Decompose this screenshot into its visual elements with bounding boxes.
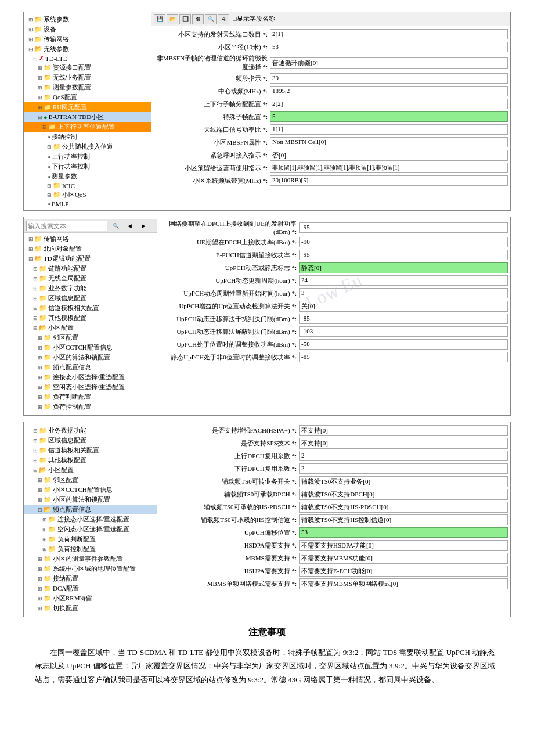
p2-field-value-0[interactable]: -95 (299, 222, 508, 233)
tree2-freq-point[interactable]: ⊞ 📁 频点配置信息 (24, 362, 157, 372)
tree3-measurement-event[interactable]: ⊞ 📁 小区的测量事件参数配置 (24, 554, 157, 564)
p3-field-value-12[interactable]: 不需要支持MBMS单频网络模式[0] (299, 578, 508, 589)
field-value-0[interactable]: 2[1] (270, 29, 508, 39)
tree-item-resource[interactable]: ⊞ 📁 资源接口配置 (24, 63, 151, 73)
p3-field-value-9[interactable]: 不需要支持HSDPA功能[0] (299, 540, 508, 551)
tree-item-wireless[interactable]: ⊟ 📂 无线参数 (24, 44, 151, 54)
p3-field-value-5[interactable]: 辅载波TS0不支持DPCH[0] (299, 489, 508, 500)
new-button[interactable]: 🔲 (179, 14, 191, 24)
search-icon-btn[interactable]: 🔍 (110, 221, 121, 231)
field-value-7[interactable]: 1[1] (270, 124, 508, 135)
field-value-8[interactable]: Non MBSFN Cell[0] (270, 137, 508, 147)
tree3-freq-point[interactable]: ⊟ 📂 频点配置信息 (24, 505, 157, 514)
tree-item-sysparams[interactable]: ⊞ 📁 系统参数 (24, 15, 151, 24)
p2-field-value-2[interactable]: -95 (299, 250, 508, 260)
save-button[interactable]: 💾 (154, 14, 165, 24)
tree2-cell-config[interactable]: ⊟ 📂 小区配置 (24, 323, 157, 333)
tree2-northbound[interactable]: ⊞ 📁 北向对象配置 (24, 244, 157, 254)
tree-item-wireless-svc[interactable]: ⊞ 📁 无线业务配置 (24, 73, 151, 82)
field-value-5[interactable]: 2[2] (270, 99, 508, 109)
p2-field-value-10[interactable]: -85 (299, 352, 508, 362)
tree3-dca[interactable]: ⊞ 📁 DCA配置 (24, 584, 157, 593)
tree3-other-tmpl[interactable]: ⊞ 📁 其他模板配置 (24, 455, 157, 465)
search-input[interactable] (26, 221, 107, 231)
find-button[interactable]: 🔍 (205, 14, 217, 24)
tree-item-transport[interactable]: ⊞ 📁 传输网络 (24, 34, 151, 44)
tree-item-updown-power[interactable]: ⊟ 📁 上下行功率信道配置 (24, 122, 151, 132)
p2-field-value-3[interactable]: 静态[0] (299, 262, 508, 273)
p3-field-value-0[interactable]: 不支持[0] (299, 425, 508, 436)
field-value-6[interactable]: 5 (270, 111, 508, 122)
p3-field-value-8[interactable]: 53 (299, 527, 508, 538)
tree-item-emlp[interactable]: ▪ EMLP (24, 200, 151, 208)
delete-button[interactable]: 🗑 (192, 14, 204, 24)
tree2-area[interactable]: ⊞ 📁 区域信息配置 (24, 293, 157, 303)
p2-field-value-7[interactable]: -85 (299, 314, 508, 324)
tree2-cctrch[interactable]: ⊞ 📁 小区CCTCH配置信息 (24, 343, 157, 352)
search-next-btn[interactable]: ▶ (138, 221, 149, 231)
tree2-idle[interactable]: ⊞ 📁 空闲态小区选择/重选配置 (24, 382, 157, 392)
tree2-td-logic[interactable]: ⊟ 📂 TD逻辑功能配置 (24, 254, 157, 264)
tree-item-admission[interactable]: ▪ 接纳控制 (24, 132, 151, 142)
tree-item-eutran-cell[interactable]: ⊟ ● E-UTRAN TDD小区 (24, 112, 151, 122)
tree2-wireless-global[interactable]: ⊞ 📁 无线全局配置 (24, 273, 157, 283)
p3-field-value-6[interactable]: 辅载波TS0不支持HS-PDSCH[0] (299, 502, 508, 513)
tree-item-ru[interactable]: ⊞ 📁 RU网元配置 (24, 102, 151, 112)
p3-field-value-1[interactable]: 不支持[0] (299, 438, 508, 449)
field-value-2[interactable]: 普通循环前缀[0] (270, 57, 508, 69)
print-button[interactable]: 🖨 (218, 14, 229, 24)
field-value-10[interactable]: 非预留[1];非预留[1];非预留[1];非预留[1];非预留[1] (270, 163, 508, 173)
tree2-channel-tmpl[interactable]: ⊞ 📁 信道模板相关配置 (24, 303, 157, 313)
tree2-neighbor[interactable]: ⊞ 📁 邻区配置 (24, 333, 157, 343)
p3-field-value-11[interactable]: 不需要支持E-ECH功能[0] (299, 566, 508, 577)
tree-item-icic[interactable]: ⊞ 📁 ICIC (24, 181, 151, 190)
tree2-algo[interactable]: ⊞ 📁 小区的算法和锁配置 (24, 352, 157, 362)
p3-field-value-3[interactable]: 2 (299, 463, 508, 474)
tree-item-cell-qos[interactable]: ⊞ 📁 小区QoS (24, 190, 151, 200)
p2-field-value-4[interactable]: 24 (299, 275, 508, 286)
tree3-channel-tmpl[interactable]: ⊞ 📁 信道模板相关配置 (24, 445, 157, 455)
field-value-3[interactable]: 39 (270, 73, 508, 84)
tree2-svc[interactable]: ⊞ 📁 业务数字功能 (24, 283, 157, 293)
field-value-11[interactable]: 20(100RB)[5] (270, 175, 508, 186)
open-button[interactable]: 📂 (167, 14, 178, 24)
tree-item-prach[interactable]: ⊞ 📁 公共随机接入信道 (24, 142, 151, 152)
tree3-neighbor[interactable]: ⊞ 📁 邻区配置 (24, 475, 157, 485)
tree3-area[interactable]: ⊞ 📁 区域信息配置 (24, 435, 157, 445)
tree3-idle[interactable]: ⊞ 📁 空闲态小区选择/重选配置 (24, 524, 157, 534)
tree3-load-ctrl[interactable]: ⊞ 📁 负荷控制配置 (24, 544, 157, 554)
p3-field-value-2[interactable]: 2 (299, 451, 508, 461)
tree3-handover[interactable]: ⊞ 📁 切换配置 (24, 603, 157, 613)
tree-item-measure-params[interactable]: ▪ 测量参数 (24, 171, 151, 181)
p2-field-value-8[interactable]: -103 (299, 326, 508, 337)
p3-field-value-10[interactable]: 不需要支持MBMS功能[0] (299, 553, 508, 564)
search-prev-btn[interactable]: ◀ (124, 221, 135, 231)
tree3-algo[interactable]: ⊞ 📁 小区的算法和锁配置 (24, 495, 157, 505)
tree3-rrm[interactable]: ⊞ 📁 小区RRM特留 (24, 593, 157, 603)
tree2-transport[interactable]: ⊞ 📁 传输网络 (24, 234, 157, 244)
p2-field-value-1[interactable]: -90 (299, 237, 508, 247)
tree-item-tdlte[interactable]: ⊟ ✗ TD-LTE (24, 54, 151, 63)
field-value-1[interactable]: 53 (270, 42, 508, 52)
tree3-svc[interactable]: ⊞ 📁 业务数据功能 (24, 426, 157, 435)
tree3-connected[interactable]: ⊞ 📁 连接态小区选择/重选配置 (24, 514, 157, 524)
tree-item-measurement[interactable]: ⊞ 📁 测量参数配置 (24, 82, 151, 92)
tree2-other-tmpl[interactable]: ⊞ 📁 其他模板配置 (24, 313, 157, 323)
tree-item-downlink-power[interactable]: ▪ 下行功率控制 (24, 161, 151, 171)
tree3-geo-location[interactable]: ⊞ 📁 系统中心区域的地理位置配置 (24, 564, 157, 574)
tree2-load-ctrl[interactable]: ⊞ 📁 负荷控制配置 (24, 402, 157, 412)
field-value-9[interactable]: 否[0] (270, 150, 508, 161)
tree2-connected[interactable]: ⊞ 📁 连接态小区选择/重选配置 (24, 372, 157, 382)
tree-item-uplink-power[interactable]: ▪ 上行功率控制 (24, 152, 151, 161)
field-value-4[interactable]: 1895.2 (270, 86, 508, 96)
tree-item-qos[interactable]: ⊞ 📁 QoS配置 (24, 92, 151, 102)
tree-item-equipment[interactable]: ⊞ 📁 设备 (24, 24, 151, 34)
p3-field-value-7[interactable]: 辅载波TS0不支持HS控制信道[0] (299, 514, 508, 525)
tree3-cctrch[interactable]: ⊞ 📁 小区CCTCH配置信息 (24, 485, 157, 495)
tree2-load-judge[interactable]: ⊞ 📁 负荷判断配置 (24, 392, 157, 402)
tree2-link[interactable]: ⊞ 📁 链路功能配置 (24, 264, 157, 273)
tree3-cell-config[interactable]: ⊟ 📂 小区配置 (24, 465, 157, 475)
tree3-load-judge[interactable]: ⊞ 📁 负荷判断配置 (24, 534, 157, 544)
p3-field-value-4[interactable]: 辅载波TS0不支持业务[0] (299, 476, 508, 487)
tree3-admission[interactable]: ⊞ 📁 接纳配置 (24, 574, 157, 584)
